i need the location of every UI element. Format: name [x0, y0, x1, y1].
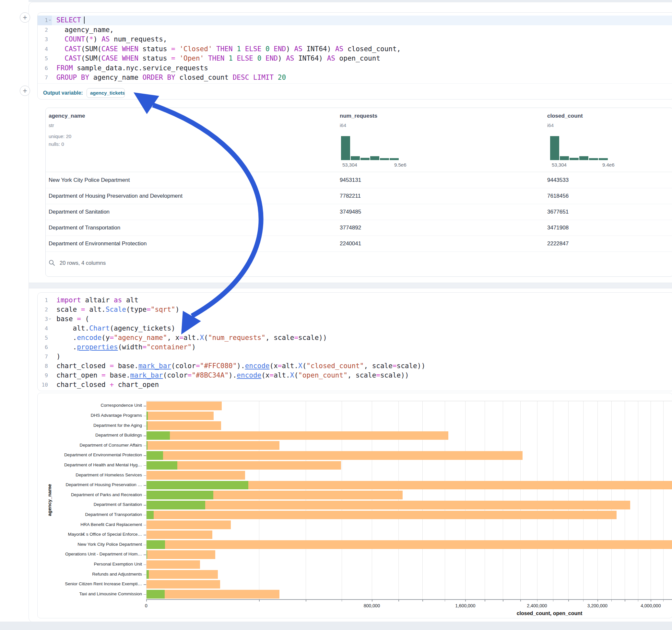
line-number: 7 — [35, 73, 48, 83]
line-number: 3 — [35, 35, 48, 44]
hist-max-label: 9.4e6 — [602, 162, 615, 168]
line-number: 9 — [35, 371, 48, 381]
column-type-num-requests: i64 — [340, 122, 346, 128]
y-category-label: Correspondence Unit — [42, 403, 142, 408]
histogram-bar — [550, 136, 559, 160]
table-row[interactable]: Department of Transportation377489234719… — [46, 220, 672, 236]
x-tick-label: 3,200,000 — [587, 603, 607, 608]
y-category-label: Department for the Aging — [42, 423, 142, 428]
y-tick — [144, 485, 146, 486]
x-tick-label: 2,400,000 — [527, 603, 547, 608]
column-stat-nulls: nulls: 0 — [49, 141, 64, 147]
histogram-bar — [390, 158, 399, 160]
cell-agency-name: Department of Sanitation — [49, 204, 110, 220]
code-line: SELECT — [56, 16, 85, 25]
line-number: 1 — [35, 16, 48, 25]
x-tick-label: 800,000 — [364, 603, 380, 608]
gridline — [445, 401, 445, 599]
table-row[interactable]: Department of Housing Preservation and D… — [46, 188, 672, 204]
column-header-closed-count[interactable]: closed_count — [547, 113, 583, 119]
cell-closed-count: 3471908 — [547, 220, 569, 236]
column-stat-unique: unique: 20 — [49, 134, 71, 139]
search-icon[interactable] — [49, 260, 55, 266]
y-category-label: Department of Transportation — [42, 512, 142, 517]
histogram-bar — [560, 156, 569, 160]
line-number: 8 — [35, 361, 48, 371]
code-line: CAST(SUM(CASE WHEN status = 'Open' THEN … — [56, 54, 380, 64]
gridline — [520, 401, 521, 599]
column-header-agency-name[interactable]: agency_name — [49, 113, 85, 119]
active-line-highlight — [52, 16, 672, 25]
row-count-label: 20 rows, 4 columns — [59, 260, 106, 266]
code-line: alt.Chart(agency_tickets) — [56, 324, 175, 334]
bar-closed — [146, 560, 200, 569]
cell-closed-count: 3677651 — [547, 204, 569, 220]
hist-min-label: 53,304 — [552, 162, 567, 168]
bar-closed — [146, 511, 617, 519]
hist-max-label: 9.5e6 — [394, 162, 407, 168]
line-number: 3 — [35, 314, 48, 324]
x-tick-label: 1,600,000 — [455, 603, 475, 608]
y-category-label: Operations Unit - Department of Hom… — [42, 552, 142, 556]
line-number: 4 — [35, 44, 48, 54]
gridline — [537, 401, 537, 599]
add-cell-button-top[interactable]: + — [20, 12, 30, 23]
collapse-chevron-icon[interactable]: › — [48, 20, 52, 21]
y-tick — [144, 564, 146, 565]
bar-closed — [146, 531, 212, 539]
code-line: agency_name, — [56, 25, 114, 35]
y-tick — [144, 595, 146, 595]
add-cell-button-middle[interactable]: + — [20, 86, 30, 96]
histogram-bar — [599, 158, 608, 160]
code-line: CAST(SUM(CASE WHEN status = 'Closed' THE… — [56, 44, 401, 54]
bar-closed — [146, 402, 222, 410]
cell-agency-name: New York City Police Department — [49, 172, 130, 188]
y-category-label: New York City Police Department — [42, 542, 142, 547]
bar-open — [146, 590, 165, 599]
y-tick — [144, 505, 146, 506]
x-tick-label: 0 — [145, 603, 147, 608]
closed-count-histogram — [550, 136, 608, 160]
code-line: chart_closed = base.mark_bar(color="#FFC… — [56, 361, 425, 371]
y-category-label: Department of Buildings — [42, 433, 142, 437]
bar-closed — [146, 520, 231, 529]
output-variable-input[interactable]: agency_tickets — [87, 88, 125, 98]
line-number: 1 — [35, 295, 48, 305]
gridline — [597, 401, 598, 599]
column-type-agency-name: str — [49, 122, 54, 128]
y-category-label: Department of Homeless Services — [42, 472, 142, 477]
y-category-label: DHS Advantage Programs — [42, 413, 142, 418]
y-tick — [144, 476, 146, 476]
table-row[interactable]: Department of Sanitation37494853677651 — [46, 204, 672, 220]
bar-open — [146, 491, 213, 500]
gridline — [503, 401, 503, 599]
gridline — [638, 401, 638, 599]
x-axis-title: closed_count, open_count — [517, 610, 582, 616]
bar-open — [146, 461, 177, 470]
gridline — [372, 401, 372, 599]
y-tick — [144, 495, 146, 496]
x-axis-line — [146, 599, 672, 600]
y-tick — [144, 584, 146, 585]
line-number: 6 — [35, 64, 48, 73]
cell-divider — [38, 83, 672, 83]
gridline — [485, 401, 485, 599]
y-category-label: Department of Health and Mental Hyg… — [42, 462, 142, 467]
table-row[interactable]: New York City Police Department945313194… — [46, 172, 672, 188]
gridline — [465, 401, 465, 599]
bar-closed — [146, 501, 630, 509]
line-number: 2 — [35, 305, 48, 315]
cell-num-requests: 2240041 — [340, 236, 361, 251]
histogram-bar — [579, 156, 589, 160]
bar-closed — [146, 471, 245, 480]
bar-open — [146, 570, 149, 579]
table-row[interactable]: Department of Environmental Protection22… — [46, 236, 672, 252]
y-category-label: Personal Exemption Unit — [42, 562, 142, 566]
histogram-bar — [370, 156, 379, 160]
gridline — [651, 401, 651, 599]
y-category-label: Senior Citizen Rent Increase Exempti… — [42, 581, 142, 586]
gridline — [423, 401, 423, 599]
bar-closed — [146, 580, 220, 589]
column-header-num-requests[interactable]: num_requests — [340, 113, 377, 119]
collapse-chevron-icon[interactable]: › — [48, 318, 52, 320]
